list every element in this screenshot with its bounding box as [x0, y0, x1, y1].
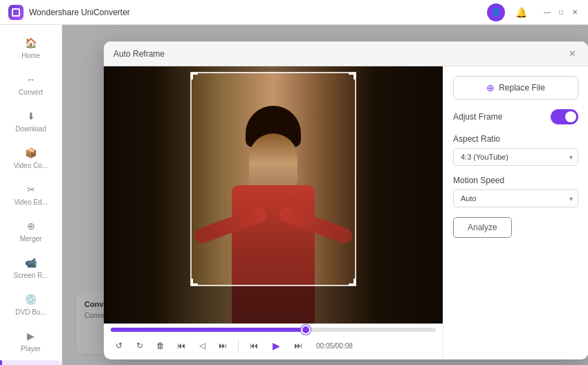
modal-close-button[interactable]: ✕: [566, 48, 578, 60]
title-bar-left: Wondershare UniConverter: [8, 5, 130, 20]
title-bar: Wondershare UniConverter 👤 🔔 — □ ✕: [0, 0, 588, 25]
divider: [238, 339, 239, 353]
sidebar-item-screen-rec-label: Screen R...: [13, 272, 48, 280]
play-button[interactable]: ▶: [266, 336, 286, 355]
toggle-thumb: [565, 111, 576, 122]
app-title: Wondershare UniConverter: [29, 8, 130, 17]
motion-speed-label: Motion Speed: [453, 176, 578, 185]
sidebar-item-download-label: Download: [15, 125, 46, 133]
window-controls: — □ ✕: [542, 8, 580, 17]
sidebar-item-home[interactable]: 🏠 Home: [0, 30, 62, 66]
aspect-ratio-group: Aspect Ratio 4:3 (YouTube) 16:9 9:16 1:1…: [453, 134, 578, 166]
sidebar-item-dvd-burn[interactable]: 💿 DVD Bu...: [0, 287, 62, 322]
sidebar-item-toolbox[interactable]: ⊞ Toolbox: [0, 360, 62, 365]
player-icon: ▶: [24, 329, 38, 343]
motion-speed-select-wrapper: Auto Slow Normal Fast ▾: [453, 189, 578, 207]
crop-overlay[interactable]: [190, 72, 356, 286]
adjust-frame-row: Adjust Frame: [453, 109, 578, 124]
maximize-button[interactable]: □: [556, 8, 566, 17]
active-indicator: [0, 360, 2, 365]
screen-rec-icon: 📹: [24, 256, 38, 270]
aspect-ratio-select-wrapper: 4:3 (YouTube) 16:9 9:16 1:1 4:5 ▾: [453, 148, 578, 166]
sidebar-item-video-compress-label: Video Co...: [14, 162, 48, 170]
settings-panel: ⊕ Replace File Adjust Frame Asp: [443, 66, 588, 359]
user-icon[interactable]: 👤: [487, 3, 505, 21]
video-frame: [104, 66, 443, 324]
dvd-burn-icon: 💿: [24, 292, 38, 306]
minimize-button[interactable]: —: [542, 8, 552, 17]
aspect-ratio-label: Aspect Ratio: [453, 134, 578, 144]
adjust-frame-label: Adjust Frame: [453, 112, 502, 122]
sidebar-item-download[interactable]: ⬇ Download: [0, 104, 62, 139]
crop-corner-tl: [191, 73, 198, 79]
crop-corner-bl: [191, 279, 198, 286]
aspect-ratio-select[interactable]: 4:3 (YouTube) 16:9 9:16 1:1 4:5: [453, 148, 578, 166]
prev-frame-button[interactable]: ⏮: [173, 337, 190, 354]
modal-overlay: Auto Reframe ✕: [62, 25, 588, 365]
time-display: 00:05/00:08: [316, 342, 353, 350]
progress-thumb: [302, 326, 309, 333]
analyze-button[interactable]: Analyze: [453, 217, 512, 238]
sidebar-item-home-label: Home: [21, 52, 40, 60]
modal-title: Auto Reframe: [113, 49, 165, 59]
skip-forward-button[interactable]: ⏭: [290, 337, 306, 354]
main-layout: 🏠 Home ↔ Convert ⬇ Download 📦 Video Co..…: [0, 25, 588, 365]
video-controls: ↺ ↻ 🗑 ⏮ ◁ ⏭ ⏮ ▶ ⏭: [104, 324, 443, 359]
crop-corner-tr: [349, 73, 356, 79]
prev-clip-button[interactable]: ⏭: [214, 337, 231, 354]
sidebar-item-video-edit-label: Video Ed...: [14, 198, 48, 207]
app-logo: [8, 5, 24, 20]
content-area: Convert Images to Other Formats Convert …: [62, 25, 588, 365]
controls-left: ↺ ↻ 🗑 ⏮ ◁ ⏭ ⏮ ▶ ⏭: [111, 336, 353, 355]
sidebar-item-convert-label: Convert: [19, 88, 43, 97]
video-area: ↺ ↻ 🗑 ⏮ ◁ ⏭ ⏮ ▶ ⏭: [104, 66, 443, 359]
controls-row: ↺ ↻ 🗑 ⏮ ◁ ⏭ ⏮ ▶ ⏭: [111, 336, 436, 355]
modal-header: Auto Reframe ✕: [104, 41, 588, 66]
home-icon: 🏠: [24, 36, 38, 50]
sidebar: 🏠 Home ↔ Convert ⬇ Download 📦 Video Co..…: [0, 25, 62, 365]
download-icon: ⬇: [24, 109, 38, 123]
delete-button[interactable]: 🗑: [152, 337, 169, 354]
sidebar-item-dvd-burn-label: DVD Bu...: [15, 308, 46, 317]
motion-speed-group: Motion Speed Auto Slow Normal Fast ▾: [453, 176, 578, 207]
sidebar-item-video-compress[interactable]: 📦 Video Co...: [0, 140, 62, 176]
title-bar-right: 👤 🔔 — □ ✕: [487, 3, 580, 21]
adjust-frame-toggle[interactable]: [551, 109, 578, 124]
sidebar-item-video-edit[interactable]: ✂ Video Ed...: [0, 177, 62, 212]
crop-corner-br: [349, 279, 356, 286]
video-edit-icon: ✂: [24, 182, 38, 196]
sidebar-item-player[interactable]: ▶ Player: [0, 324, 62, 359]
convert-icon: ↔: [24, 73, 38, 86]
redo-button[interactable]: ↻: [131, 337, 148, 354]
progress-fill: [111, 328, 306, 332]
sidebar-item-player-label: Player: [21, 345, 40, 353]
sidebar-item-screen-rec[interactable]: 📹 Screen R...: [0, 250, 62, 286]
sidebar-item-convert[interactable]: ↔ Convert: [0, 67, 62, 102]
replace-file-button[interactable]: ⊕ Replace File: [453, 76, 578, 100]
video-compress-icon: 📦: [24, 146, 38, 160]
auto-reframe-modal: Auto Reframe ✕: [104, 41, 588, 359]
bell-icon[interactable]: 🔔: [512, 3, 530, 21]
sidebar-item-merger[interactable]: ⊕ Merger: [0, 214, 62, 249]
motion-speed-select[interactable]: Auto Slow Normal Fast: [453, 189, 578, 207]
progress-bar[interactable]: [111, 328, 436, 332]
replace-file-label: Replace File: [499, 83, 545, 93]
merger-icon: ⊕: [24, 219, 38, 233]
undo-button[interactable]: ↺: [111, 337, 127, 354]
replace-icon: ⊕: [486, 82, 495, 93]
modal-body: ↺ ↻ 🗑 ⏮ ◁ ⏭ ⏮ ▶ ⏭: [104, 66, 588, 359]
step-back-button[interactable]: ◁: [194, 337, 210, 354]
sidebar-item-merger-label: Merger: [20, 235, 42, 243]
close-window-button[interactable]: ✕: [570, 8, 580, 17]
skip-back-button[interactable]: ⏮: [246, 337, 262, 354]
